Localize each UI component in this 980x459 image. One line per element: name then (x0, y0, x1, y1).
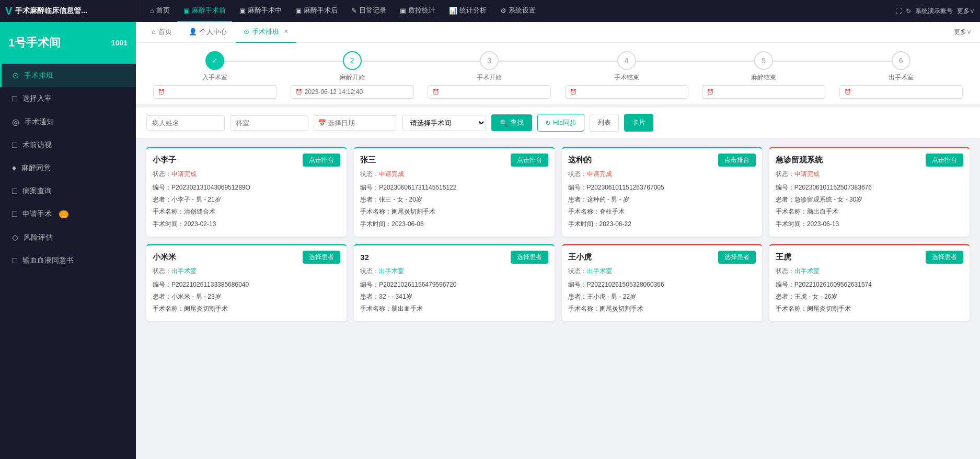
tab-close-icon[interactable]: ✕ (284, 28, 289, 35)
card-3-status: 状态：申请完成 (562, 170, 762, 181)
steps-row: ✓ 入手术室 ⏰ 2 麻醉开始 ⏰ 2023-06-12 14:12:40 3 (146, 51, 970, 99)
calendar-icon: 📅 (318, 119, 326, 127)
card-8-surgery-name: 手术名称：阑尾炎切割手术 (776, 304, 963, 314)
sidebar-item-preop-visit[interactable]: □ 术前访视 (0, 134, 136, 157)
card-6-code: 编号：P202210261156479596720 (360, 280, 548, 290)
nav-item-home[interactable]: ⌂ 首页 (144, 0, 176, 22)
clock-icon-6: ⏰ (844, 89, 851, 96)
card-6-select-button[interactable]: 选择患者 (511, 251, 548, 264)
tab-more-button[interactable]: 更多∨ (954, 28, 972, 37)
card-7-code: 编号：P202210261505328060366 (568, 280, 756, 290)
step-3-circle: 3 (480, 51, 499, 70)
card-8-select-button[interactable]: 选择患者 (926, 251, 963, 264)
card-2-arrange-button[interactable]: 点击排台 (511, 154, 548, 167)
nav-item-quality-control[interactable]: ▣ 质控统计 (394, 0, 442, 22)
card-7-patient: 患者：王小虎 - 男 - 22岁 (568, 292, 756, 302)
card-1-body: 编号：P20230213104306951289O 患者：小李子 - 男 - 2… (146, 181, 347, 237)
date-input[interactable] (314, 115, 397, 131)
room-select[interactable]: 请选择手术间 (402, 115, 486, 131)
step-5-label: 麻醉结束 (751, 73, 776, 82)
card-6-header: 32 选择患者 (354, 245, 554, 267)
step-6-circle: 6 (892, 51, 910, 70)
top-navigation: V 手术麻醉临床信息管... ⌂ 首页 ▣ 麻醉手术前 ▣ 麻醉手术中 ▣ 麻醉… (0, 0, 980, 22)
sidebar-item-surgery-notice[interactable]: ◎ 手术通知 (0, 110, 136, 134)
sidebar-item-label: 选择入室 (22, 94, 52, 103)
stats-icon: 📊 (449, 7, 457, 15)
card-6-surgery-name: 手术名称：脑出血手术 (360, 304, 548, 314)
card-7-surgery-name: 手术名称：阑尾炎切割手术 (568, 304, 756, 314)
card-8-header: 王虎 选择患者 (769, 245, 970, 267)
sidebar-item-risk-eval[interactable]: ◇ 风险评估 (0, 226, 136, 249)
card-view-button[interactable]: 卡片 (624, 114, 653, 132)
search-button[interactable]: 🔍 查找 (491, 114, 532, 131)
step-surgery-start: 3 手术开始 ⏰ (421, 51, 558, 99)
step-1-circle: ✓ (205, 51, 224, 70)
expand-icon[interactable]: ⛶ (895, 7, 902, 15)
search-icon: 🔍 (500, 119, 508, 127)
step-2-time-value: 2023-06-12 14:12:40 (305, 88, 363, 96)
patient-card-3: 这种的 点击排台 状态：申请完成 编号：P2023061011512637670… (562, 147, 762, 237)
step-3-time[interactable]: ⏰ (428, 85, 551, 99)
sidebar-item-case-query[interactable]: □ 病案查询 (0, 180, 136, 203)
more-label[interactable]: 更多∨ (957, 7, 975, 16)
card-8-name: 王虎 (776, 252, 791, 262)
patient-card-1: 小李子 点击排台 状态：申请完成 编号：P2023021310430695128… (146, 147, 347, 237)
daily-records-icon: ✎ (351, 7, 357, 15)
tab-home[interactable]: ⌂ 首页 (144, 22, 179, 43)
card-7-select-button[interactable]: 选择患者 (718, 251, 756, 264)
sidebar-item-label: 风险评估 (24, 233, 53, 242)
risk-eval-icon: ◇ (12, 232, 18, 242)
clock-icon-2: ⏰ (295, 89, 303, 96)
room-label: 1号手术间 (8, 35, 61, 51)
nav-item-during-surgery[interactable]: ▣ 麻醉手术中 (233, 0, 288, 22)
apply-surgery-icon: □ (12, 209, 17, 219)
card-8-status-text: 出手术室 (794, 267, 820, 275)
room-header: 1号手术间 1001 (0, 22, 136, 64)
sidebar-item-apply-surgery[interactable]: □ 申请手术 △ (0, 203, 136, 226)
clock-icon-4: ⏰ (570, 89, 577, 96)
card-4-body: 编号：P202306101152507383676 患者：急诊留观系统 - 女 … (769, 181, 970, 237)
card-5-status: 状态：出手术室 (146, 267, 347, 278)
card-3-surgery-time: 手术时间：2023-06-22 (568, 219, 756, 229)
card-2-surgery-name: 手术名称：阑尾炎切割手术 (360, 207, 548, 217)
surgery-notice-icon: ◎ (12, 117, 19, 127)
department-input[interactable] (230, 115, 308, 131)
card-5-select-button[interactable]: 选择患者 (303, 251, 340, 264)
tab-surgery-schedule[interactable]: ⊙ 手术排班 ✕ (236, 22, 296, 43)
apply-surgery-badge: △ (59, 210, 68, 218)
nav-item-settings[interactable]: ⚙ 系统设置 (494, 0, 542, 22)
blood-consent-icon: □ (12, 256, 17, 265)
clock-icon-3: ⏰ (432, 89, 440, 96)
card-1-arrange-button[interactable]: 点击排台 (303, 154, 340, 167)
card-5-status-text: 出手术室 (171, 267, 197, 275)
sidebar-item-select-entry[interactable]: □ 选择入室 (0, 87, 136, 110)
clock-icon-1: ⏰ (158, 89, 165, 96)
step-5-time[interactable]: ⏰ (702, 85, 825, 99)
pre-anesthesia-icon: ▣ (183, 7, 190, 15)
card-3-name: 这种的 (568, 155, 592, 165)
step-1-time[interactable]: ⏰ (153, 85, 276, 99)
nav-item-pre-anesthesia[interactable]: ▣ 麻醉手术前 (177, 0, 232, 22)
card-4-arrange-button[interactable]: 点击排台 (926, 154, 963, 167)
nav-item-daily-records[interactable]: ✎ 日常记录 (345, 0, 393, 22)
his-sync-button[interactable]: ↻ His同步 (537, 114, 584, 132)
sidebar-menu: ⊙ 手术排班 □ 选择入室 ◎ 手术通知 □ 术前访视 ♦ 麻醉同意 □ 病案查… (0, 64, 136, 459)
tab-personal[interactable]: 👤 个人中心 (181, 22, 234, 43)
card-3-arrange-button[interactable]: 点击排台 (718, 154, 756, 167)
sidebar-item-anesthesia-consent[interactable]: ♦ 麻醉同意 (0, 157, 136, 180)
card-4-status-text: 申请完成 (794, 170, 820, 178)
step-4-time[interactable]: ⏰ (565, 85, 688, 99)
patient-card-5: 小米米 选择患者 状态：出手术室 编号：P2022102611333856860… (146, 244, 347, 322)
filter-bar: 📅 请选择手术间 🔍 查找 ↻ His同步 列表 卡片 (136, 108, 980, 138)
nav-item-post-anesthesia[interactable]: ▣ 麻醉手术后 (289, 0, 344, 22)
sidebar-item-blood-consent[interactable]: □ 输血血液同意书 (0, 249, 136, 272)
date-wrapper: 📅 (314, 115, 397, 131)
step-2-time[interactable]: ⏰ 2023-06-12 14:12:40 (291, 85, 414, 99)
home-icon: ⌂ (150, 7, 154, 15)
sidebar-item-surgery-schedule[interactable]: ⊙ 手术排班 (0, 64, 136, 87)
list-view-button[interactable]: 列表 (590, 114, 619, 132)
step-6-time[interactable]: ⏰ (839, 85, 963, 99)
card-7-status: 状态：出手术室 (562, 267, 762, 278)
patient-name-input[interactable] (146, 115, 225, 131)
nav-item-stats[interactable]: 📊 统计分析 (443, 0, 493, 22)
